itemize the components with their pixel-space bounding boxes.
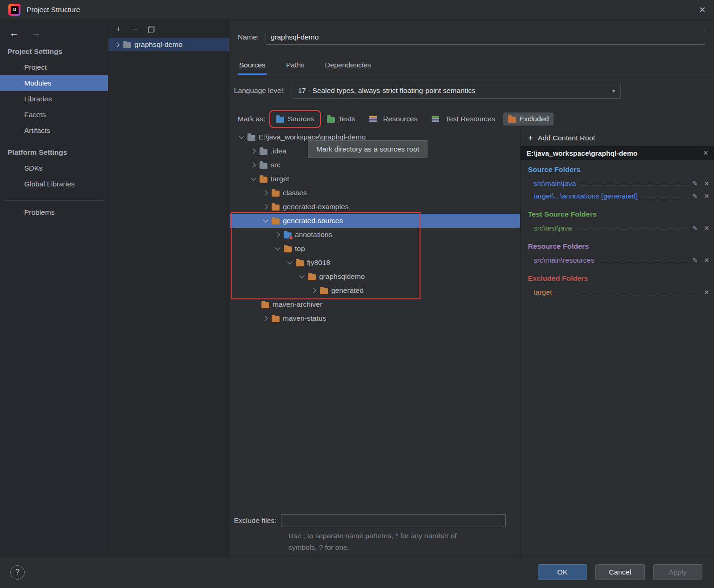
dialog-footer: ? OK Cancel Apply: [0, 556, 714, 588]
directory-tree: E:\java_workspace\graphql-demo .idea src…: [230, 130, 520, 556]
tree-item-target[interactable]: target: [230, 172, 520, 186]
language-level-select[interactable]: 17 - Sealed types, always-strict floatin…: [292, 83, 621, 99]
chevron-right-icon[interactable]: [260, 189, 271, 197]
mark-tests-button[interactable]: Tests: [322, 112, 360, 126]
tree-item-label: .idea: [271, 147, 287, 155]
source-folder-annotations-generated[interactable]: target\...\annotations [generated] ✎ ✕: [528, 190, 709, 202]
copy-module-icon[interactable]: [148, 26, 154, 33]
chevron-right-icon[interactable]: [260, 315, 271, 322]
sidebar-item-modules[interactable]: Modules: [0, 75, 108, 91]
back-arrow-icon[interactable]: ←: [9, 27, 19, 39]
sidebar-item-global-libraries[interactable]: Global Libraries: [0, 176, 108, 192]
tree-item-annotations[interactable]: annotations: [230, 228, 520, 242]
tab-dependencies[interactable]: Dependencies: [324, 57, 373, 75]
chevron-down-icon[interactable]: [260, 217, 271, 225]
sidebar-item-facets[interactable]: Facets: [0, 107, 108, 123]
module-list-panel: + − graphsql-demo: [108, 20, 229, 556]
tree-item-maven-status[interactable]: maven-status: [230, 311, 520, 325]
ok-button[interactable]: OK: [538, 564, 587, 580]
exclude-files-input[interactable]: [281, 514, 506, 527]
tree-item-label: fjy8018: [307, 258, 330, 267]
module-name-input[interactable]: [266, 30, 705, 45]
excluded-folder-target[interactable]: target ✕: [528, 286, 709, 298]
excluded-folders-header: Excluded Folders: [528, 274, 709, 283]
source-folders-header: Source Folders: [528, 165, 709, 174]
remove-icon[interactable]: ✕: [704, 180, 709, 187]
mark-test-resources-button[interactable]: Test Resources: [426, 112, 500, 126]
apply-button[interactable]: Apply: [653, 564, 702, 580]
tree-item-generated-examples[interactable]: generated-examples: [230, 200, 520, 214]
chevron-right-icon[interactable]: [273, 231, 283, 238]
content-root-header[interactable]: E:\java_workspace\graphql-demo ✕: [520, 146, 714, 160]
tab-paths[interactable]: Paths: [285, 57, 306, 75]
remove-icon[interactable]: ✕: [704, 192, 709, 200]
chevron-right-icon[interactable]: [260, 203, 271, 211]
module-list-item[interactable]: graphsql-demo: [108, 38, 229, 51]
dotted-leader: [576, 230, 689, 230]
folder-icon: [272, 218, 280, 225]
sidebar-divider: [5, 200, 103, 201]
chevron-right-icon[interactable]: [248, 161, 259, 169]
close-icon[interactable]: ✕: [699, 5, 706, 15]
resource-folder-src-main-resources[interactable]: src\main\resources ✎ ✕: [528, 254, 709, 266]
edit-icon[interactable]: ✎: [693, 225, 698, 232]
remove-icon[interactable]: ✕: [704, 289, 709, 296]
edit-icon[interactable]: ✎: [693, 192, 698, 200]
sources-folder-icon: [276, 117, 284, 123]
source-folders-section: Source Folders src\main\java ✎ ✕ target\…: [528, 165, 709, 202]
sidebar-item-project[interactable]: Project: [0, 59, 108, 75]
test-source-folder-src-test-java[interactable]: src\test\java ✎ ✕: [528, 222, 709, 234]
tree-item-src[interactable]: src: [230, 158, 520, 172]
tree-item-maven-archiver[interactable]: maven-archiver: [230, 297, 520, 311]
cancel-button[interactable]: Cancel: [595, 564, 645, 580]
chevron-right-icon[interactable]: [248, 147, 259, 155]
tests-folder-icon: [327, 117, 335, 123]
dotted-leader: [641, 198, 688, 198]
add-module-icon[interactable]: +: [116, 24, 121, 34]
resources-icon: [369, 116, 377, 122]
dotted-leader: [580, 185, 688, 185]
tree-item-generated-sources[interactable]: generated-sources: [230, 214, 520, 228]
edit-icon[interactable]: ✎: [693, 180, 698, 187]
mark-excluded-button[interactable]: Excluded: [503, 112, 554, 126]
sidebar-item-sdks[interactable]: SDKs: [0, 160, 108, 176]
mark-resources-label: Resources: [383, 115, 418, 123]
add-content-root-label: Add Content Root: [538, 134, 595, 142]
tab-sources[interactable]: Sources: [238, 57, 267, 75]
chevron-right-icon[interactable]: [309, 287, 319, 294]
folder-icon: [308, 274, 316, 280]
tree-item-graphsqldemo[interactable]: graphsqldemo: [230, 270, 520, 284]
sidebar-item-libraries[interactable]: Libraries: [0, 91, 108, 107]
tree-item-top[interactable]: top: [230, 242, 520, 256]
chevron-down-icon[interactable]: [273, 245, 283, 252]
mark-sources-button[interactable]: Sources: [272, 112, 319, 126]
mark-sources-label: Sources: [287, 115, 314, 123]
mark-test-resources-label: Test Resources: [446, 115, 495, 123]
module-name: graphsql-demo: [134, 40, 182, 49]
tree-item-generated[interactable]: generated: [230, 284, 520, 297]
remove-icon[interactable]: ✕: [704, 225, 709, 232]
tree-item-fjy8018[interactable]: fjy8018: [230, 256, 520, 270]
remove-icon[interactable]: ✕: [704, 257, 709, 264]
tree-item-label: generated-sources: [283, 217, 343, 225]
chevron-down-icon[interactable]: [297, 273, 307, 280]
chevron-down-icon[interactable]: [248, 175, 259, 183]
edit-icon[interactable]: ✎: [693, 257, 698, 264]
remove-module-icon[interactable]: −: [132, 24, 137, 34]
sidebar-item-artifacts[interactable]: Artifacts: [0, 123, 108, 139]
mark-resources-button[interactable]: Resources: [364, 112, 422, 126]
excluded-folders-section: Excluded Folders target ✕: [528, 274, 709, 298]
exclude-files-label: Exclude files:: [234, 516, 276, 525]
tree-item-classes[interactable]: classes: [230, 186, 520, 200]
resource-folders-section: Resource Folders src\main\resources ✎ ✕: [528, 242, 709, 266]
chevron-down-icon[interactable]: [236, 133, 247, 141]
chevron-right-icon[interactable]: [112, 41, 122, 48]
sidebar-item-problems[interactable]: Problems: [0, 205, 108, 220]
help-button[interactable]: ?: [10, 565, 25, 580]
language-level-value: 17 - Sealed types, always-strict floatin…: [298, 86, 475, 95]
chevron-down-icon[interactable]: [285, 259, 295, 266]
source-folder-src-main-java[interactable]: src\main\java ✎ ✕: [528, 177, 709, 190]
remove-content-root-icon[interactable]: ✕: [703, 149, 708, 157]
add-content-root-button[interactable]: + Add Content Root: [520, 130, 714, 146]
folder-icon: [247, 135, 255, 141]
